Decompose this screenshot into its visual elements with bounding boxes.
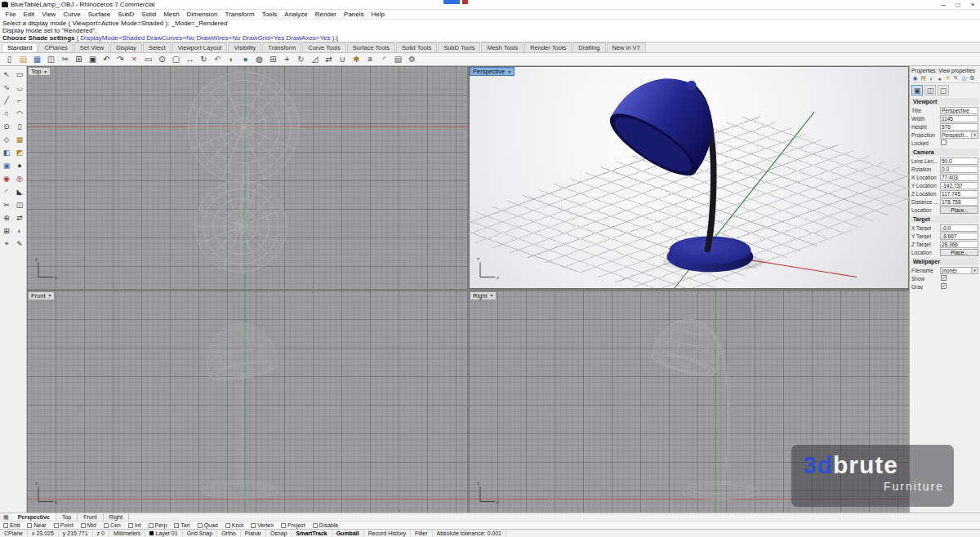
menu-item[interactable]: Mesh bbox=[160, 10, 184, 19]
checkbox[interactable] bbox=[941, 283, 947, 289]
viewport-tab[interactable]: Right bbox=[104, 513, 129, 521]
checkbox[interactable] bbox=[27, 523, 32, 528]
menu-item[interactable]: Dimension bbox=[183, 10, 221, 19]
checkbox[interactable] bbox=[54, 523, 59, 528]
camera-page-button[interactable]: ◫ bbox=[924, 85, 936, 95]
rectangle-tool-icon[interactable]: ▯ bbox=[14, 120, 26, 132]
property-value[interactable]: 28.366 bbox=[940, 241, 978, 248]
checkbox[interactable] bbox=[225, 523, 230, 528]
split-tool-icon[interactable]: ◫ bbox=[14, 198, 26, 211]
line-tool-icon[interactable]: ╱ bbox=[1, 94, 13, 106]
boolean-union-icon[interactable]: ◉ bbox=[1, 172, 13, 184]
osnap-toggle[interactable]: Vertex bbox=[251, 522, 274, 528]
toolbar-tab[interactable]: Render Tools bbox=[524, 42, 572, 52]
menu-item[interactable]: Surface bbox=[84, 10, 114, 19]
viewport-title-perspective[interactable]: Perspective▼ bbox=[470, 67, 514, 76]
toolbar-tab[interactable]: Select bbox=[143, 42, 172, 52]
checkbox[interactable] bbox=[128, 523, 133, 528]
circle-tool-icon[interactable]: ○ bbox=[1, 107, 13, 119]
viewport-title-right[interactable]: Right▼ bbox=[470, 291, 497, 300]
checkbox[interactable] bbox=[3, 523, 8, 528]
property-value[interactable]: Place... bbox=[940, 206, 978, 214]
rotate-view-icon[interactable]: ↻ bbox=[197, 54, 211, 65]
join-icon[interactable]: ∪ bbox=[336, 54, 350, 65]
osnap-toggle[interactable]: Near bbox=[27, 522, 46, 528]
toolbar-tab[interactable]: CPlanes bbox=[38, 42, 73, 52]
undo-icon[interactable]: ↶ bbox=[100, 54, 114, 65]
close-button[interactable]: ✕ bbox=[965, 0, 980, 9]
property-value[interactable]: 576 bbox=[940, 123, 978, 131]
property-value[interactable]: Perspecti... bbox=[940, 131, 978, 139]
checkbox[interactable] bbox=[941, 140, 947, 145]
arc-tool-icon[interactable]: ◠ bbox=[14, 107, 26, 119]
command-prompt[interactable]: Choose Shade settings ( DisplayMode=Shad… bbox=[0, 34, 980, 42]
viewport-tab[interactable]: Perspective bbox=[12, 513, 56, 521]
menu-item[interactable]: Panels bbox=[341, 10, 368, 19]
status-toggle[interactable]: Ortho bbox=[217, 530, 241, 537]
viewport-title-front[interactable]: Front▼ bbox=[28, 291, 55, 300]
undo-view-icon[interactable]: ↶ bbox=[211, 54, 225, 65]
copy-icon[interactable]: ⊞ bbox=[72, 54, 86, 65]
osnap-toggle[interactable]: Cen bbox=[104, 522, 121, 528]
menu-item[interactable]: Curve bbox=[60, 10, 84, 19]
four-view-icon[interactable]: ⊞ bbox=[266, 54, 280, 65]
cplane-selector[interactable]: CPlane bbox=[0, 530, 28, 537]
surface-tool-icon[interactable]: ▦ bbox=[14, 133, 26, 145]
paste-icon[interactable]: ▣ bbox=[86, 54, 100, 65]
cut-icon[interactable]: ✂ bbox=[58, 54, 72, 65]
property-value[interactable]: 77.403 bbox=[940, 174, 978, 181]
command-prompt-options[interactable]: ( DisplayMode=Shaded DrawCurves=No DrawW… bbox=[74, 34, 336, 42]
status-toggle[interactable]: Record History bbox=[364, 530, 411, 537]
checkbox[interactable] bbox=[313, 523, 318, 528]
property-value[interactable]: 0.0 bbox=[940, 166, 978, 173]
minimize-button[interactable]: — bbox=[936, 0, 951, 9]
rendering-tab-icon[interactable]: ◎ bbox=[960, 75, 968, 82]
osnap-toggle[interactable]: Mid bbox=[81, 522, 96, 528]
menu-item[interactable]: File bbox=[2, 10, 20, 19]
layers-panel-icon[interactable]: ▤ bbox=[391, 54, 405, 65]
array-tool-icon[interactable]: ⊞ bbox=[1, 224, 13, 237]
status-toggle[interactable]: Filter bbox=[411, 530, 433, 537]
layers-tab-icon[interactable]: ▤ bbox=[920, 75, 927, 82]
checkbox[interactable] bbox=[281, 523, 286, 528]
rectangle-select-icon[interactable]: ▭ bbox=[14, 68, 26, 80]
property-value[interactable] bbox=[940, 275, 978, 282]
viewport-perspective[interactable]: z x Perspective▼ bbox=[469, 66, 909, 289]
offset-icon[interactable]: ≡ bbox=[363, 54, 377, 65]
polygon-tool-icon[interactable]: ◇ bbox=[1, 133, 13, 145]
menu-item[interactable]: Help bbox=[368, 10, 388, 19]
mirror-tool-icon[interactable]: ⇄ bbox=[14, 211, 26, 224]
menu-item[interactable]: Tools bbox=[258, 10, 281, 19]
menu-item[interactable]: Analyze bbox=[281, 10, 311, 19]
fillet-edge-icon[interactable]: ◜ bbox=[1, 185, 13, 197]
property-value[interactable]: -0.0 bbox=[940, 224, 978, 232]
delete-icon[interactable]: × bbox=[127, 54, 141, 65]
viewport-tab[interactable]: Front bbox=[78, 513, 103, 521]
menu-item[interactable]: Render bbox=[311, 10, 340, 19]
toolbar-tab[interactable]: SubD Tools bbox=[438, 42, 480, 52]
property-value[interactable]: -8.667 bbox=[940, 233, 978, 240]
checkbox[interactable] bbox=[941, 275, 947, 281]
property-value[interactable]: (none) bbox=[940, 267, 978, 274]
wallpaper-page-button[interactable]: ▢ bbox=[938, 85, 949, 95]
pointer-tool-icon[interactable]: ↖ bbox=[1, 68, 13, 80]
lights-tab-icon[interactable]: ☀ bbox=[944, 75, 951, 82]
gumball-tool-icon[interactable]: ◐ bbox=[14, 224, 26, 237]
pan-view-icon[interactable]: ↔ bbox=[183, 54, 197, 65]
osnap-toggle[interactable]: Project bbox=[281, 522, 305, 528]
units-indicator[interactable]: Millimeters bbox=[109, 530, 145, 537]
viewport-title-top[interactable]: Top▼ bbox=[28, 67, 51, 76]
scale-icon[interactable]: ◿ bbox=[308, 54, 322, 65]
wireframe-view-icon[interactable]: ◍ bbox=[252, 54, 266, 65]
status-toggle[interactable]: Planar bbox=[241, 530, 266, 537]
maximize-button[interactable]: ▢ bbox=[951, 0, 965, 9]
control-point-curve-icon[interactable]: ◡ bbox=[14, 81, 26, 93]
checkbox[interactable] bbox=[104, 523, 109, 528]
checkbox[interactable] bbox=[251, 523, 256, 528]
osnap-toggle[interactable]: Point bbox=[54, 522, 74, 528]
materials-tab-icon[interactable]: ● bbox=[936, 75, 943, 82]
rendered-view-icon[interactable]: ● bbox=[238, 54, 252, 65]
notes-tab-icon[interactable]: ✎ bbox=[952, 75, 960, 82]
checkbox[interactable] bbox=[149, 523, 154, 528]
curve-tool-icon[interactable]: ∿ bbox=[1, 81, 13, 93]
